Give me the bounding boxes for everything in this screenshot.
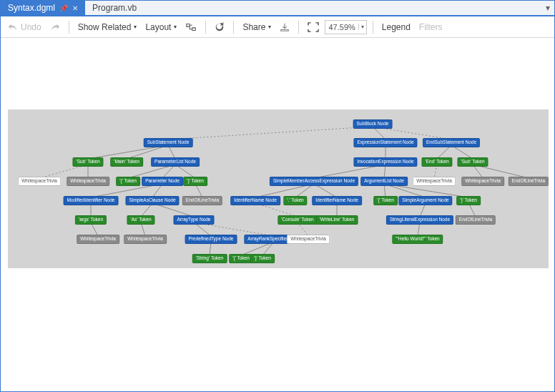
graph-node[interactable]: WhitespaceTrivia [287, 235, 330, 244]
graph-node[interactable]: StringLiteralExpression Node [386, 215, 453, 225]
graph-node[interactable]: IdentifierName Node [230, 196, 280, 205]
separator [205, 21, 206, 34]
graph-node[interactable]: EndOfLineTrivia [509, 177, 549, 186]
graph-node[interactable]: 'WriteLine' Token [316, 215, 358, 225]
graph-node[interactable]: InvocationExpression Node [353, 157, 417, 167]
graph-node[interactable]: SimpleArgument Node [398, 196, 452, 205]
diagram-canvas[interactable]: SubBlock NodeSubStatement NodeExpression… [8, 109, 549, 268]
graph-node[interactable]: ExpressionStatement Node [353, 138, 417, 147]
show-related-button[interactable]: Show Related ▾ [75, 21, 140, 34]
graph-node[interactable]: ArrayType Node [174, 215, 215, 225]
graph-node[interactable]: PredefinedType Node [185, 235, 237, 244]
chevron-down-icon: ▾ [134, 24, 137, 30]
graph-node[interactable]: WhitespaceTrivia [413, 177, 456, 186]
graph-node[interactable]: 'args' Token [75, 215, 107, 225]
graph-node[interactable]: 'String' Token [192, 254, 227, 263]
refresh-icon [215, 22, 225, 32]
separator [373, 21, 373, 34]
graph-node[interactable]: ')' Token [456, 196, 481, 205]
tab-program-vb[interactable]: Program.vb [85, 1, 144, 15]
flow-direction-button[interactable] [182, 21, 200, 34]
graph-node[interactable]: '(' Token [373, 196, 398, 205]
graph-node[interactable]: Parameter Node [142, 177, 183, 186]
flow-icon [185, 22, 197, 32]
refresh-button[interactable] [212, 21, 227, 34]
fit-icon [308, 22, 319, 32]
graph-node[interactable]: 'Sub' Token [457, 157, 488, 167]
close-icon[interactable]: ✕ [72, 4, 78, 12]
graph-node[interactable]: 'Main' Token [110, 157, 143, 167]
graph-node[interactable]: ParameterList Node [151, 157, 200, 167]
graph-node[interactable]: '(' Token [116, 177, 140, 186]
redo-icon [50, 22, 60, 32]
chevron-down-icon: ▾ [268, 24, 271, 30]
separator [69, 21, 69, 34]
edges-layer [8, 109, 549, 268]
graph-node[interactable]: 'End' Token [421, 157, 452, 167]
share-button[interactable]: Share ▾ [240, 21, 274, 34]
graph-node[interactable]: WhitespaceTrivia [124, 235, 167, 244]
graph-node[interactable]: 'Console' Token [278, 215, 317, 225]
undo-button: Undo [5, 21, 44, 34]
graph-node[interactable]: SubStatement Node [144, 138, 193, 147]
graph-node[interactable]: SubBlock Node [353, 119, 393, 129]
graph-node[interactable]: ')' Token [183, 177, 207, 186]
undo-icon [8, 22, 18, 32]
graph-node[interactable]: SimpleMemberAccessExpression Node [270, 177, 358, 186]
tab-label: Syntax.dgml [8, 3, 55, 13]
graph-node[interactable]: '(' Token [229, 254, 253, 263]
diagram-viewport[interactable]: SubBlock NodeSubStatement NodeExpression… [1, 38, 554, 391]
graph-node[interactable]: ')' Token [250, 254, 275, 263]
graph-node[interactable]: '"Hello World!"' Token [392, 235, 443, 244]
graph-node[interactable]: WhitespaceTrivia [77, 235, 119, 244]
export-button[interactable] [277, 21, 293, 34]
zoom-combo[interactable]: 47.59% ▾ [325, 20, 366, 34]
graph-node[interactable]: SimpleAsClause Node [125, 196, 179, 205]
filters-button[interactable]: Filters [416, 21, 446, 34]
fit-button[interactable] [305, 21, 322, 34]
tab-overflow-icon[interactable]: ▾ [541, 1, 554, 15]
graph-node[interactable]: 'Sub' Token [72, 157, 103, 167]
redo-button [47, 21, 63, 34]
zoom-value: 47.59% [325, 23, 358, 31]
window: Syntax.dgml 📌 ✕ Program.vb ▾ Undo Show R… [0, 0, 555, 392]
layout-button[interactable]: Layout ▾ [142, 21, 180, 34]
graph-node[interactable]: EndOfLineTrivia [456, 215, 496, 225]
pin-icon[interactable]: 📌 [59, 4, 68, 12]
tab-strip: Syntax.dgml 📌 ✕ Program.vb ▾ [1, 1, 554, 16]
graph-node[interactable]: '.' Token [283, 196, 307, 205]
graph-node[interactable]: EndSubStatement Node [423, 138, 480, 147]
chevron-down-icon: ▾ [174, 24, 177, 30]
legend-button[interactable]: Legend [379, 21, 413, 34]
chevron-down-icon[interactable]: ▾ [358, 24, 366, 30]
graph-node[interactable]: IdentifierName Node [312, 196, 362, 205]
graph-node[interactable]: WhitespaceTrivia [67, 177, 109, 186]
graph-node[interactable]: WhitespaceTrivia [18, 177, 61, 186]
export-icon [280, 22, 290, 32]
separator [233, 21, 234, 34]
graph-node[interactable]: 'As' Token [127, 215, 154, 225]
graph-node[interactable]: ArgumentList Node [360, 177, 408, 186]
graph-node[interactable]: WhitespaceTrivia [461, 177, 504, 186]
tab-label: Program.vb [92, 3, 137, 13]
tab-syntax-dgml[interactable]: Syntax.dgml 📌 ✕ [1, 1, 85, 15]
toolbar: Undo Show Related ▾ Layout ▾ Share ▾ [1, 16, 554, 38]
svg-line-0 [168, 127, 373, 139]
separator [298, 21, 299, 34]
graph-node[interactable]: EndOfLineTrivia [182, 196, 222, 205]
graph-node[interactable]: ModifiedIdentifier Node [64, 196, 119, 205]
